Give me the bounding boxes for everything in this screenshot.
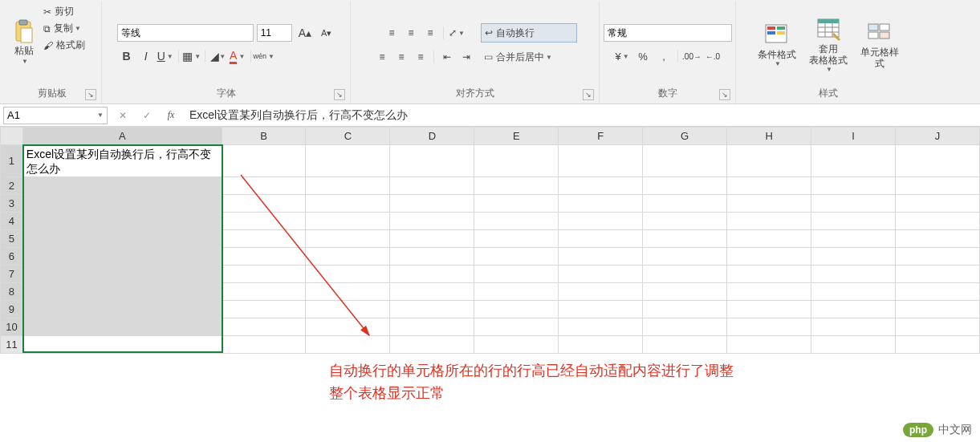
- cell[interactable]: [727, 301, 811, 318]
- accept-formula-button[interactable]: ✓: [135, 107, 159, 124]
- cell[interactable]: [22, 177, 222, 195]
- row-header[interactable]: 9: [1, 301, 23, 318]
- col-header-H[interactable]: H: [727, 128, 811, 145]
- cell[interactable]: [474, 230, 559, 248]
- decrease-indent-button[interactable]: ⇤: [437, 47, 457, 67]
- phonetic-button[interactable]: wén▼: [254, 47, 274, 66]
- align-center-button[interactable]: ≡: [392, 47, 411, 67]
- cell[interactable]: [896, 177, 980, 195]
- cell[interactable]: [811, 213, 896, 230]
- cell[interactable]: [643, 301, 727, 318]
- cell[interactable]: [306, 248, 390, 266]
- cell[interactable]: [222, 336, 306, 354]
- cell[interactable]: [22, 266, 222, 283]
- align-top-button[interactable]: ≡: [382, 23, 401, 43]
- cell[interactable]: [896, 266, 980, 283]
- cell[interactable]: [896, 318, 980, 336]
- dialog-launcher-icon[interactable]: ↘: [583, 89, 594, 100]
- cell[interactable]: [22, 248, 222, 266]
- cell[interactable]: [22, 318, 222, 336]
- cell[interactable]: [559, 266, 643, 283]
- cell[interactable]: [811, 318, 896, 336]
- cell[interactable]: [474, 336, 559, 354]
- cell[interactable]: [559, 248, 643, 266]
- cell[interactable]: [896, 248, 980, 266]
- cell[interactable]: [306, 145, 390, 177]
- cell[interactable]: [559, 283, 643, 301]
- col-header-J[interactable]: J: [896, 128, 980, 145]
- cell[interactable]: [390, 195, 474, 213]
- paste-button[interactable]: 粘贴 ▼: [6, 3, 42, 80]
- cell[interactable]: [559, 301, 643, 318]
- name-box[interactable]: A1 ▼: [3, 107, 108, 124]
- cell[interactable]: [306, 213, 390, 230]
- cell[interactable]: [727, 248, 811, 266]
- row-header[interactable]: 10: [1, 318, 23, 336]
- cell[interactable]: [474, 145, 559, 177]
- cell[interactable]: [222, 301, 306, 318]
- percent-button[interactable]: %: [632, 47, 653, 66]
- increase-font-button[interactable]: A▴: [295, 25, 315, 41]
- cell[interactable]: [727, 195, 811, 213]
- cell[interactable]: [643, 230, 727, 248]
- col-header-I[interactable]: I: [811, 128, 896, 145]
- cell[interactable]: [390, 145, 474, 177]
- cell[interactable]: [643, 336, 727, 354]
- cell[interactable]: [390, 336, 474, 354]
- dialog-launcher-icon[interactable]: ↘: [85, 89, 96, 100]
- cell[interactable]: [643, 177, 727, 195]
- cell[interactable]: [222, 230, 306, 248]
- cell[interactable]: [474, 177, 559, 195]
- cell[interactable]: [390, 213, 474, 230]
- dialog-launcher-icon[interactable]: ↘: [334, 89, 345, 100]
- cell[interactable]: [811, 177, 896, 195]
- cell[interactable]: [474, 248, 559, 266]
- cell[interactable]: [222, 195, 306, 213]
- cell[interactable]: [22, 230, 222, 248]
- cell[interactable]: [306, 301, 390, 318]
- cell[interactable]: [390, 230, 474, 248]
- cell[interactable]: [22, 301, 222, 318]
- accounting-format-button[interactable]: ¥▼: [612, 47, 632, 66]
- col-header-B[interactable]: B: [222, 128, 306, 145]
- cell[interactable]: [306, 283, 390, 301]
- align-middle-button[interactable]: ≡: [401, 23, 421, 43]
- cell[interactable]: [22, 213, 222, 230]
- cell[interactable]: [390, 318, 474, 336]
- cell[interactable]: [727, 177, 811, 195]
- cell[interactable]: [306, 318, 390, 336]
- cell[interactable]: [643, 318, 727, 336]
- cell[interactable]: [306, 266, 390, 283]
- cell[interactable]: [559, 336, 643, 354]
- cell[interactable]: [896, 230, 980, 248]
- cell[interactable]: [643, 195, 727, 213]
- borders-button[interactable]: ▦▼: [182, 47, 201, 66]
- align-left-button[interactable]: ≡: [372, 47, 392, 67]
- cell[interactable]: [222, 318, 306, 336]
- cell[interactable]: [896, 336, 980, 354]
- cell[interactable]: [22, 195, 222, 213]
- cut-button[interactable]: ✂ 剪切: [42, 3, 98, 20]
- row-header[interactable]: 6: [1, 248, 23, 266]
- row-header[interactable]: 7: [1, 266, 23, 283]
- copy-button[interactable]: ⧉ 复制 ▼: [42, 20, 98, 37]
- cell[interactable]: [559, 230, 643, 248]
- row-header[interactable]: 5: [1, 230, 23, 248]
- cell[interactable]: [390, 283, 474, 301]
- comma-button[interactable]: ,: [653, 47, 674, 66]
- cell[interactable]: [811, 230, 896, 248]
- cell[interactable]: [559, 177, 643, 195]
- row-header[interactable]: 3: [1, 195, 23, 213]
- cell[interactable]: [896, 213, 980, 230]
- cell[interactable]: [390, 177, 474, 195]
- cell[interactable]: [811, 301, 896, 318]
- col-header-E[interactable]: E: [474, 128, 559, 145]
- cell[interactable]: [643, 283, 727, 301]
- cell[interactable]: [222, 213, 306, 230]
- insert-function-button[interactable]: fx: [159, 107, 183, 124]
- decrease-font-button[interactable]: A▾: [318, 26, 335, 40]
- wrap-text-button[interactable]: ↩ 自动换行: [481, 23, 577, 43]
- cell[interactable]: [811, 248, 896, 266]
- cell[interactable]: [727, 213, 811, 230]
- row-header[interactable]: 2: [1, 177, 23, 195]
